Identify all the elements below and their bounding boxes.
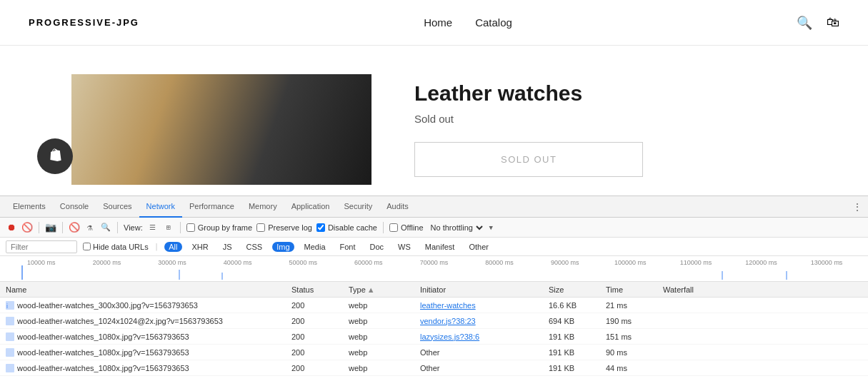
shopify-badge (37, 138, 73, 174)
site-header: PROGRESSIVE-JPG Home Catalog 🔍 🛍 (0, 0, 868, 46)
main-content: Leather watches Sold out SOLD OUT (0, 46, 868, 213)
site-icons: 🔍 🛍 (797, 15, 839, 31)
search-icon[interactable]: 🔍 (797, 15, 812, 31)
nav-home[interactable]: Home (424, 16, 452, 29)
tab-performance[interactable]: Performance (182, 196, 241, 214)
sold-out-button[interactable]: SOLD OUT (414, 142, 643, 177)
tab-application[interactable]: Application (284, 196, 337, 214)
product-info: Leather watches Sold out SOLD OUT (414, 74, 643, 185)
devtools-tabs: Elements Console Sources Network Perform… (0, 196, 868, 213)
tab-sources[interactable]: Sources (96, 196, 139, 214)
watch-visual (71, 74, 371, 185)
devtools-panel: Elements Console Sources Network Perform… (0, 195, 868, 213)
devtools-tab-end: ⋮ (852, 201, 862, 213)
nav-catalog[interactable]: Catalog (475, 16, 512, 29)
more-tabs-icon[interactable]: ⋮ (852, 201, 862, 213)
tab-elements[interactable]: Elements (6, 196, 53, 214)
tab-console[interactable]: Console (53, 196, 96, 214)
product-title: Leather watches (414, 81, 643, 106)
site-logo: PROGRESSIVE-JPG (29, 17, 139, 28)
tab-memory[interactable]: Memory (241, 196, 284, 214)
tab-security[interactable]: Security (336, 196, 379, 214)
tab-network[interactable]: Network (139, 196, 182, 214)
site-nav: Home Catalog (424, 16, 512, 29)
product-status: Sold out (414, 113, 643, 125)
tab-audits[interactable]: Audits (379, 196, 416, 214)
cart-icon[interactable]: 🛍 (827, 15, 839, 30)
product-image (71, 74, 371, 185)
